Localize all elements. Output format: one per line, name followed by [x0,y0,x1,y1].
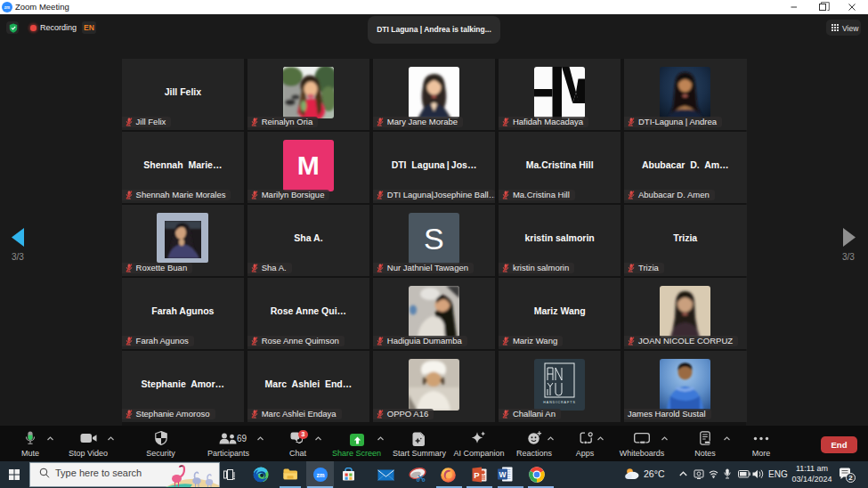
svg-text:HANDICRAFTS: HANDICRAFTS [543,401,576,404]
svg-text:P: P [474,470,480,480]
svg-text:W: W [499,470,507,479]
svg-text:zm: zm [316,472,324,478]
svg-text:zm: zm [4,5,10,10]
